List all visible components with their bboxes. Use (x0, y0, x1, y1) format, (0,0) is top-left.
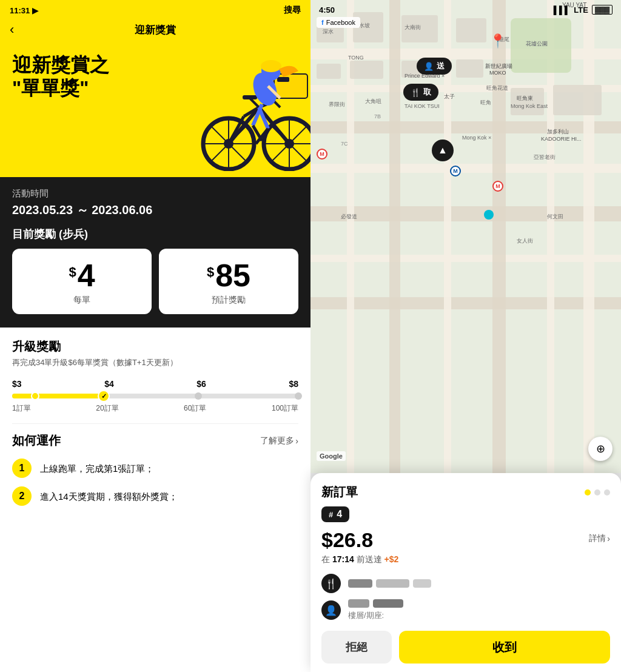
how-more-btn[interactable]: 了解更多 › (260, 435, 298, 446)
blur-5 (373, 599, 403, 608)
order-detail-btn[interactable]: 詳情 › (589, 533, 610, 544)
person-icon: 👤 (321, 600, 341, 620)
progress-dot-4 (295, 392, 302, 400)
metro-icon-3: M (317, 149, 327, 160)
how-more-label: 了解更多 (260, 435, 294, 446)
time-mid: 前送達 (357, 554, 382, 564)
right-panel: 深水 水坡 大南街 花墟公園 界限街 大角咀 TAI KOK TSUI 旺角 旺… (310, 0, 621, 672)
order-card: 新訂單 # 4 $26.8 詳情 › 在 17:14 前送達 +$2 (310, 473, 621, 672)
restaurant-name-blurred (348, 579, 610, 588)
sub-label-2: 20訂單 (96, 403, 118, 414)
svg-text:新世紀廣場: 新世紀廣場 (485, 63, 512, 69)
how-section: 如何運作 了解更多 › 1 上線跑單，完成第1張訂單； 2 進入1 (12, 423, 298, 506)
address-blurred (348, 599, 610, 608)
blur-2 (376, 579, 409, 588)
order-bonus: +$2 (384, 554, 398, 564)
right-status-bar: 4:50 ▌▌▌ LTE ▓▓▓ (310, 0, 621, 17)
svg-text:太子: 太子 (444, 93, 455, 99)
upgrade-sub: 再完成34單升級$6每單獎賞（數據T+1天更新） (12, 357, 298, 368)
order-actions: 拒絕 收到 (321, 631, 610, 664)
level-3-label: $6 (196, 379, 206, 389)
svg-text:KADOORIE HI...: KADOORIE HI... (541, 136, 582, 142)
metro-icon-1: M (450, 166, 461, 176)
map-area[interactable]: 深水 水坡 大南街 花墟公園 界限街 大角咀 TAI KOK TSUI 旺角 旺… (310, 0, 621, 473)
svg-rect-34 (310, 164, 621, 173)
left-search-label[interactable]: 搜尋 (284, 5, 301, 16)
nav-arrow-btn[interactable]: ▲ (432, 139, 454, 161)
time-prefix: 在 (321, 554, 330, 564)
order-card-title: 新訂單 (321, 484, 358, 500)
sub-label-4: 100訂單 (272, 403, 298, 414)
order-card-header: 新訂單 (321, 484, 610, 500)
estimated-dollar: $ (207, 266, 214, 279)
left-signal-icon: ▶ (32, 6, 38, 15)
delivery-location: 👤 樓層/期座: (321, 599, 610, 621)
svg-text:7C: 7C (341, 141, 348, 147)
right-status-right: ▌▌▌ LTE ▓▓▓ (554, 5, 613, 15)
upgrade-title: 升級獎勵 (12, 338, 298, 355)
fork-icon: 🍴 (411, 88, 420, 97)
network-label: LTE (574, 5, 588, 15)
reward-label: 目前獎勵 (步兵) (12, 227, 298, 241)
per-order-dollar: $ (69, 266, 76, 279)
svg-text:大南街: 大南街 (404, 24, 421, 30)
how-header: 如何運作 了解更多 › (12, 432, 298, 449)
detail-label: 詳情 (589, 533, 606, 544)
svg-text:亞皆老街: 亞皆老街 (534, 154, 556, 160)
how-step-1: 1 上線跑單，完成第1張訂單； (12, 459, 298, 478)
right-time: 4:50 (319, 5, 335, 15)
svg-text:TONG: TONG (348, 55, 364, 61)
delivery-marker: 👤 送 (417, 58, 452, 75)
facebook-label: Facebook (326, 19, 355, 26)
order-badge: # 4 (321, 506, 349, 522)
svg-text:旺角: 旺角 (480, 99, 491, 106)
svg-rect-43 (583, 0, 594, 473)
order-dot-1 (585, 489, 591, 496)
svg-text:花墟公園: 花墟公園 (526, 41, 548, 47)
svg-text:加多利山: 加多利山 (547, 129, 569, 135)
how-items: 1 上線跑單，完成第1張訂單； 2 進入14天獎賞期，獲得額外獎賞； (12, 459, 298, 506)
location-button[interactable]: ⊕ (588, 437, 613, 461)
svg-line-17 (274, 101, 280, 107)
badge-num: 4 (337, 509, 342, 520)
blur-4 (348, 599, 369, 608)
reward-card-estimated: $ 85 預計獎勵 (159, 249, 298, 314)
order-amount: $26.8 (321, 528, 373, 552)
level-2-label: $4 (104, 379, 114, 389)
left-status-bar: 11:31 ▶ 搜尋 (0, 0, 310, 18)
restaurant-icon: 🍴 (321, 574, 341, 593)
svg-text:旺角花道: 旺角花道 (486, 85, 508, 91)
accept-button[interactable]: 收到 (399, 631, 610, 664)
step-text-1: 上線跑單，完成第1張訂單； (40, 459, 154, 476)
reject-button[interactable]: 拒絕 (321, 631, 392, 664)
progress-dot-3 (195, 392, 202, 400)
left-panel: 11:31 ▶ 搜尋 ‹ 迎新獎賞 迎新獎賞之 "單單獎" (0, 0, 310, 672)
progress-sublabels: 1訂單 20訂單 60訂單 100訂單 (12, 403, 298, 414)
facebook-tooltip: f Facebook (317, 17, 360, 28)
pickup-marker: 🍴 取 (403, 84, 438, 101)
reward-card-per-order: $ 4 每單 (12, 249, 152, 314)
hero-title: 迎新獎賞之 "單單獎" (12, 53, 298, 100)
metro-icon-2: M (492, 181, 503, 192)
delivery-person-icon: 👤 (424, 62, 434, 71)
step-text-2: 進入14天獎賞期，獲得額外獎賞； (40, 486, 178, 504)
estimated-amount: $ 85 (169, 260, 289, 291)
network-icon: ▌▌▌ (554, 5, 571, 15)
estimated-sub: 預計獎勵 (169, 295, 289, 306)
svg-rect-36 (310, 255, 621, 262)
level-4-label: $8 (289, 379, 298, 389)
progress-fill (12, 394, 104, 398)
svg-rect-54 (553, 85, 602, 115)
sub-label-3: 60訂單 (184, 403, 206, 414)
progress-dot-1 (31, 392, 39, 400)
sub-label-1: 1訂單 (12, 403, 31, 414)
svg-text:女人街: 女人街 (517, 238, 533, 244)
svg-text:MOKO: MOKO (489, 70, 506, 76)
svg-rect-33 (310, 121, 621, 133)
teal-marker (484, 210, 494, 220)
step-num-2: 2 (12, 486, 32, 506)
svg-rect-39 (389, 0, 400, 473)
progress-track (12, 394, 298, 398)
pickup-label: 取 (423, 87, 431, 98)
back-button[interactable]: ‹ (10, 22, 14, 38)
